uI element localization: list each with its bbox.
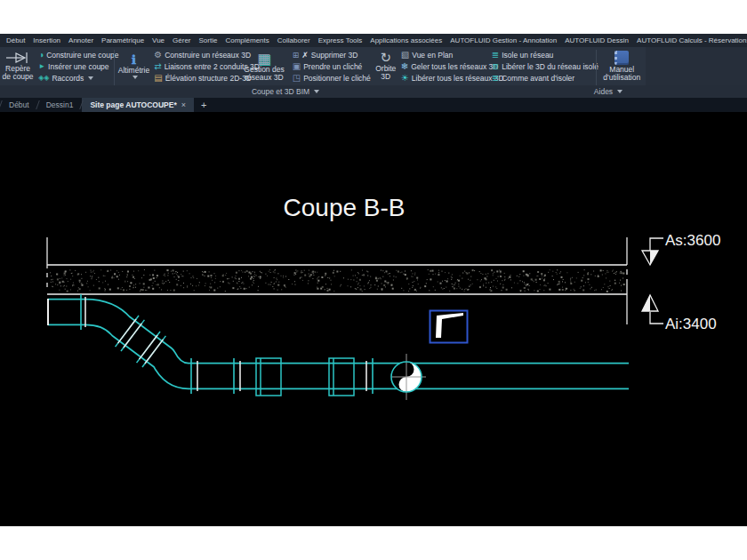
menu-tab-parametrique[interactable]: Paramétrique <box>101 36 144 44</box>
close-tab-icon[interactable]: × <box>181 100 186 109</box>
repere-de-coupe-button[interactable]: Repère de coupe <box>0 47 36 85</box>
document-tab-bar: Début Dessin1 Site page AUTOCOUPE* × + <box>0 98 747 112</box>
group-coupe-et-3d-bim[interactable]: Coupe et 3D BIM <box>0 85 571 98</box>
orbite-label: Orbite 3D <box>375 65 397 81</box>
doc-tab-debut[interactable]: Début <box>1 98 37 112</box>
menu-tab-express-tools[interactable]: Express Tools <box>318 36 363 44</box>
comme-avant-label: Comme avant d'isoler <box>502 74 574 83</box>
network-manager-icon: ▦ <box>257 52 270 65</box>
group-coupe-label: Coupe et 3D BIM <box>252 87 309 96</box>
doc-tab-dessin1[interactable]: Dessin1 <box>38 98 82 112</box>
level-lower-label: Ai:3400 <box>665 316 717 332</box>
manuel-label: Manuel d'utilisation <box>600 66 645 82</box>
menu-tab-autofluid-calculs[interactable]: AUTOFLUID Calculs - Réservations et Quan… <box>637 36 747 44</box>
liaisons-2-conduits-button[interactable]: ⇄ Liaisons entre 2 conduits 3D <box>154 61 236 72</box>
section-drawing: Coupe B-B As:360 <box>0 112 747 526</box>
section-marker-icon <box>4 52 31 64</box>
isole-label: Isole un réseau <box>502 51 553 60</box>
menu-tab-annoter[interactable]: Annoter <box>68 36 93 44</box>
selection-box <box>430 311 468 343</box>
positionner-le-cliche-button[interactable]: ◳ Positionner le cliché <box>293 73 371 84</box>
group-aides-label: Aides <box>594 87 613 96</box>
dropdown-arrow-icon <box>88 76 93 80</box>
ribbon: Repère de coupe ◑ Construire une coupe ►… <box>0 47 747 98</box>
new-tab-button[interactable]: + <box>194 98 213 112</box>
liberer-tous-les-reseaux-button[interactable]: ☀ Libérer tous les réseaux 3D <box>401 73 486 84</box>
gestion-label: Gestion des réseaux 3D <box>240 66 288 82</box>
snapshot-icon: ▣ <box>293 62 301 71</box>
construire-un-reseau-3d-button[interactable]: ⚙ Construire un réseaux 3D <box>154 50 236 60</box>
plan-view-icon: ▧ <box>401 51 409 60</box>
geler-tous-les-reseaux-button[interactable]: ❄ Geler tous les réseaux 3D <box>401 61 486 72</box>
inserer-une-coupe-button[interactable]: ► Insérer une coupe <box>38 61 109 72</box>
ribbon-group-label-row: Coupe et 3D BIM Aides <box>0 85 747 98</box>
section-title: Coupe B-B <box>284 194 406 221</box>
duct-run <box>48 312 629 376</box>
menu-tab-autofluid-dessin[interactable]: AUTOFLUID Dessin <box>565 36 629 44</box>
menu-tab-vue[interactable]: Vue <box>152 36 165 44</box>
prendre-cliche-label: Prendre un cliché <box>303 62 362 71</box>
menu-tab-gerer[interactable]: Gérer <box>173 36 190 44</box>
menu-tab-insertion[interactable]: Insertion <box>33 36 60 44</box>
raccords-label: Raccords <box>52 74 84 83</box>
plus-icon: + <box>201 100 206 110</box>
dropdown-arrow-icon <box>133 76 138 79</box>
ribbon-tab-bar: Début Insertion Annoter Paramétrique Vue… <box>0 34 747 47</box>
manual-book-icon <box>614 51 629 65</box>
window-icon: ⊞ <box>293 51 300 60</box>
elevation-structure-icon: ▤ <box>154 74 162 83</box>
doc-tab-site-page-autocoupe[interactable]: Site page AUTOCOUPE* × <box>82 98 194 112</box>
construire-une-coupe-label: Construire une coupe <box>46 51 118 60</box>
level-marker-lower: Ai:3400 <box>642 295 717 332</box>
menu-tab-collaborer[interactable]: Collaborer <box>277 36 310 44</box>
thaw-sun-icon: ☀ <box>401 74 409 83</box>
damper-symbol <box>391 354 426 400</box>
build-section-icon: ◑ <box>38 51 44 60</box>
doc-tab-debut-label: Début <box>9 100 29 109</box>
prendre-un-cliche-button[interactable]: ▣ Prendre un cliché <box>293 61 371 72</box>
doc-tab-dessin1-label: Dessin1 <box>46 100 74 109</box>
concrete-hatch <box>50 269 625 292</box>
positionner-cliche-label: Positionner le cliché <box>303 74 371 83</box>
level-marker-upper: As:3600 <box>642 232 720 265</box>
freeze-icon: ❄ <box>401 62 408 71</box>
comme-avant-d-isoler-button[interactable]: ≣ Comme avant d'isoler <box>492 73 591 84</box>
application-window: Début Insertion Annoter Paramétrique Vue… <box>0 0 747 560</box>
menu-tab-debut[interactable]: Début <box>6 36 25 44</box>
vue-en-plan-button[interactable]: ▧ Vue en Plan <box>401 50 486 60</box>
menu-tab-autofluid-gestion[interactable]: AUTOFLUID Gestion - Annotation <box>450 36 557 44</box>
vue-en-plan-label: Vue en Plan <box>412 51 453 60</box>
gear-icon: ⚙ <box>154 51 162 60</box>
raccords-button[interactable]: ◈◈ Raccords <box>38 73 109 84</box>
fittings-icon: ◈◈ <box>38 74 49 83</box>
altimetrie-label: Altimétrie <box>118 67 149 75</box>
gestion-des-reseaux-3d-button[interactable]: ▦ Gestion des réseaux 3D <box>238 47 290 85</box>
group-aides[interactable]: Aides <box>573 85 644 98</box>
inserer-une-coupe-label: Insérer une coupe <box>48 62 109 71</box>
doc-tab-active-label: Site page AUTOCOUPE* <box>90 100 176 109</box>
menu-tab-applications-associees[interactable]: Applications associées <box>370 36 442 44</box>
orbit-icon: ↻ <box>381 52 392 64</box>
isole-un-reseau-button[interactable]: ≣ Isole un réseau <box>492 50 591 60</box>
construire-une-coupe-button[interactable]: ◑ Construire une coupe <box>38 50 109 60</box>
altimetrie-button[interactable]: ℹ Altimétrie <box>116 47 151 85</box>
liberer-3d-label: Libérer le 3D du réseau isolé <box>502 62 598 71</box>
release-layers-icon: ≣ <box>492 62 499 71</box>
restore-layers-icon: ≣ <box>492 74 499 83</box>
bottom-margin <box>0 526 747 560</box>
menu-tab-complements[interactable]: Compléments <box>225 36 269 44</box>
drawing-canvas[interactable]: Coupe B-B As:360 <box>0 112 747 526</box>
insert-section-icon: ► <box>38 62 45 71</box>
top-margin <box>0 0 747 34</box>
dropdown-arrow-icon <box>617 90 622 93</box>
link-ducts-icon: ⇄ <box>154 62 161 71</box>
liberer-le-3d-button[interactable]: ≣ Libérer le 3D du réseau isolé <box>492 61 591 72</box>
isolate-layers-icon: ≣ <box>492 51 499 60</box>
elevation-structure-button[interactable]: ▤ Élévation structure 2D-3D <box>154 73 236 84</box>
manuel-d-utilisation-button[interactable]: Manuel d'utilisation <box>598 47 647 85</box>
menu-tab-sortie[interactable]: Sortie <box>199 36 218 44</box>
orbite-3d-button[interactable]: ↻ Orbite 3D <box>374 47 398 85</box>
delete-x-icon: ✗ <box>301 51 309 60</box>
supprimer-3d-button[interactable]: ⊞ ✗ Supprimer 3D <box>293 50 371 60</box>
repere-de-coupe-label: Repère de coupe <box>2 65 34 81</box>
